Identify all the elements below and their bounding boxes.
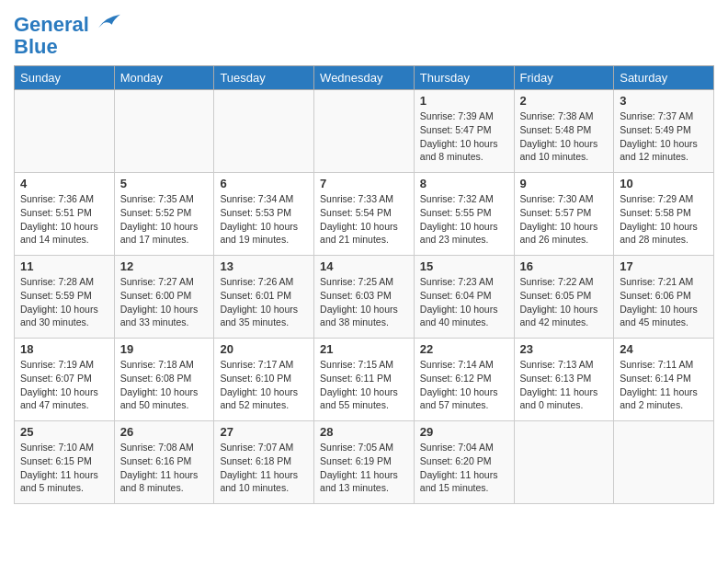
- week-row-2: 4Sunrise: 7:36 AM Sunset: 5:51 PM Daylig…: [15, 173, 714, 256]
- calendar-table: SundayMondayTuesdayWednesdayThursdayFrid…: [14, 65, 714, 504]
- day-cell: 23Sunrise: 7:13 AM Sunset: 6:13 PM Dayli…: [514, 339, 614, 421]
- day-number: 13: [220, 259, 308, 273]
- day-number: 6: [220, 177, 308, 190]
- day-number: 2: [520, 94, 609, 108]
- day-number: 19: [120, 342, 209, 356]
- day-cell: 8Sunrise: 7:32 AM Sunset: 5:55 PM Daylig…: [414, 173, 514, 256]
- day-number: 11: [20, 259, 108, 273]
- day-cell: 9Sunrise: 7:30 AM Sunset: 5:57 PM Daylig…: [514, 173, 614, 256]
- day-info: Sunrise: 7:19 AM Sunset: 6:07 PM Dayligh…: [20, 358, 108, 412]
- day-info: Sunrise: 7:23 AM Sunset: 6:04 PM Dayligh…: [420, 275, 508, 329]
- day-number: 9: [520, 177, 609, 190]
- day-number: 8: [420, 177, 508, 190]
- day-cell: 10Sunrise: 7:29 AM Sunset: 5:58 PM Dayli…: [614, 173, 714, 256]
- day-cell: 18Sunrise: 7:19 AM Sunset: 6:07 PM Dayli…: [15, 339, 115, 421]
- day-number: 15: [420, 259, 508, 273]
- day-info: Sunrise: 7:17 AM Sunset: 6:10 PM Dayligh…: [220, 358, 308, 412]
- day-number: 21: [320, 342, 408, 356]
- day-info: Sunrise: 7:26 AM Sunset: 6:01 PM Dayligh…: [220, 275, 308, 329]
- day-cell: [214, 90, 314, 173]
- day-info: Sunrise: 7:08 AM Sunset: 6:16 PM Dayligh…: [120, 441, 209, 495]
- day-number: 10: [620, 177, 708, 190]
- day-cell: 4Sunrise: 7:36 AM Sunset: 5:51 PM Daylig…: [15, 173, 115, 256]
- day-info: Sunrise: 7:21 AM Sunset: 6:06 PM Dayligh…: [620, 275, 708, 329]
- day-number: 28: [320, 425, 408, 439]
- week-row-3: 11Sunrise: 7:28 AM Sunset: 5:59 PM Dayli…: [15, 256, 714, 339]
- weekday-header-friday: Friday: [514, 66, 614, 90]
- day-number: 23: [520, 342, 609, 356]
- day-info: Sunrise: 7:32 AM Sunset: 5:55 PM Dayligh…: [420, 192, 508, 247]
- day-cell: 24Sunrise: 7:11 AM Sunset: 6:14 PM Dayli…: [614, 339, 714, 421]
- week-row-4: 18Sunrise: 7:19 AM Sunset: 6:07 PM Dayli…: [15, 339, 714, 421]
- day-info: Sunrise: 7:14 AM Sunset: 6:12 PM Dayligh…: [420, 358, 508, 412]
- day-info: Sunrise: 7:04 AM Sunset: 6:20 PM Dayligh…: [420, 441, 508, 495]
- day-cell: 20Sunrise: 7:17 AM Sunset: 6:10 PM Dayli…: [214, 339, 314, 421]
- day-number: 1: [420, 94, 508, 108]
- day-cell: 27Sunrise: 7:07 AM Sunset: 6:18 PM Dayli…: [214, 421, 314, 504]
- day-number: 20: [220, 342, 308, 356]
- day-cell: 5Sunrise: 7:35 AM Sunset: 5:52 PM Daylig…: [114, 173, 214, 256]
- day-cell: 1Sunrise: 7:39 AM Sunset: 5:47 PM Daylig…: [414, 90, 514, 173]
- day-number: 17: [620, 259, 708, 273]
- day-info: Sunrise: 7:22 AM Sunset: 6:05 PM Dayligh…: [520, 275, 609, 329]
- weekday-header-sunday: Sunday: [15, 66, 115, 90]
- day-number: 5: [120, 177, 209, 190]
- day-info: Sunrise: 7:29 AM Sunset: 5:58 PM Dayligh…: [620, 192, 708, 247]
- day-cell: 2Sunrise: 7:38 AM Sunset: 5:48 PM Daylig…: [514, 90, 614, 173]
- day-number: 24: [620, 342, 708, 356]
- day-number: 14: [320, 259, 408, 273]
- week-row-1: 1Sunrise: 7:39 AM Sunset: 5:47 PM Daylig…: [15, 90, 714, 173]
- day-info: Sunrise: 7:05 AM Sunset: 6:19 PM Dayligh…: [320, 441, 408, 495]
- day-cell: 19Sunrise: 7:18 AM Sunset: 6:08 PM Dayli…: [114, 339, 214, 421]
- day-cell: 16Sunrise: 7:22 AM Sunset: 6:05 PM Dayli…: [514, 256, 614, 339]
- day-number: 25: [20, 425, 108, 439]
- day-cell: 22Sunrise: 7:14 AM Sunset: 6:12 PM Dayli…: [414, 339, 514, 421]
- day-info: Sunrise: 7:11 AM Sunset: 6:14 PM Dayligh…: [620, 358, 708, 412]
- weekday-header-wednesday: Wednesday: [314, 66, 415, 90]
- day-info: Sunrise: 7:37 AM Sunset: 5:49 PM Dayligh…: [620, 109, 708, 164]
- day-cell: 11Sunrise: 7:28 AM Sunset: 5:59 PM Dayli…: [15, 256, 115, 339]
- logo-bird-icon: [97, 13, 122, 31]
- day-number: 12: [120, 259, 209, 273]
- day-cell: [514, 421, 614, 504]
- weekday-header-thursday: Thursday: [414, 66, 514, 90]
- day-info: Sunrise: 7:33 AM Sunset: 5:54 PM Dayligh…: [320, 192, 408, 247]
- day-cell: 7Sunrise: 7:33 AM Sunset: 5:54 PM Daylig…: [314, 173, 415, 256]
- day-cell: 6Sunrise: 7:34 AM Sunset: 5:53 PM Daylig…: [214, 173, 314, 256]
- day-number: 3: [620, 94, 708, 108]
- day-info: Sunrise: 7:07 AM Sunset: 6:18 PM Dayligh…: [220, 441, 308, 495]
- day-info: Sunrise: 7:13 AM Sunset: 6:13 PM Dayligh…: [520, 358, 609, 412]
- day-cell: 15Sunrise: 7:23 AM Sunset: 6:04 PM Dayli…: [414, 256, 514, 339]
- day-info: Sunrise: 7:25 AM Sunset: 6:03 PM Dayligh…: [320, 275, 408, 329]
- day-info: Sunrise: 7:38 AM Sunset: 5:48 PM Dayligh…: [520, 109, 609, 164]
- day-cell: 3Sunrise: 7:37 AM Sunset: 5:49 PM Daylig…: [614, 90, 714, 173]
- day-number: 7: [320, 177, 408, 190]
- day-info: Sunrise: 7:27 AM Sunset: 6:00 PM Dayligh…: [120, 275, 209, 329]
- day-number: 26: [120, 425, 209, 439]
- logo-blue: Blue: [14, 35, 58, 58]
- weekday-header-saturday: Saturday: [614, 66, 714, 90]
- day-cell: 21Sunrise: 7:15 AM Sunset: 6:11 PM Dayli…: [314, 339, 415, 421]
- day-cell: 25Sunrise: 7:10 AM Sunset: 6:15 PM Dayli…: [15, 421, 115, 504]
- weekday-header-tuesday: Tuesday: [214, 66, 314, 90]
- day-info: Sunrise: 7:18 AM Sunset: 6:08 PM Dayligh…: [120, 358, 209, 412]
- weekday-header-row: SundayMondayTuesdayWednesdayThursdayFrid…: [15, 66, 714, 90]
- day-cell: 17Sunrise: 7:21 AM Sunset: 6:06 PM Dayli…: [614, 256, 714, 339]
- day-cell: 13Sunrise: 7:26 AM Sunset: 6:01 PM Dayli…: [214, 256, 314, 339]
- weekday-header-monday: Monday: [114, 66, 214, 90]
- day-info: Sunrise: 7:36 AM Sunset: 5:51 PM Dayligh…: [20, 192, 108, 247]
- day-number: 4: [20, 177, 108, 190]
- day-info: Sunrise: 7:39 AM Sunset: 5:47 PM Dayligh…: [420, 109, 508, 164]
- day-cell: 26Sunrise: 7:08 AM Sunset: 6:16 PM Dayli…: [114, 421, 214, 504]
- day-info: Sunrise: 7:34 AM Sunset: 5:53 PM Dayligh…: [220, 192, 308, 247]
- day-info: Sunrise: 7:28 AM Sunset: 5:59 PM Dayligh…: [20, 275, 108, 329]
- day-number: 22: [420, 342, 508, 356]
- logo: General Blue: [14, 14, 122, 58]
- day-number: 18: [20, 342, 108, 356]
- day-cell: 12Sunrise: 7:27 AM Sunset: 6:00 PM Dayli…: [114, 256, 214, 339]
- week-row-5: 25Sunrise: 7:10 AM Sunset: 6:15 PM Dayli…: [15, 421, 714, 504]
- day-cell: [15, 90, 115, 173]
- day-number: 27: [220, 425, 308, 439]
- day-info: Sunrise: 7:30 AM Sunset: 5:57 PM Dayligh…: [520, 192, 609, 247]
- day-cell: 14Sunrise: 7:25 AM Sunset: 6:03 PM Dayli…: [314, 256, 415, 339]
